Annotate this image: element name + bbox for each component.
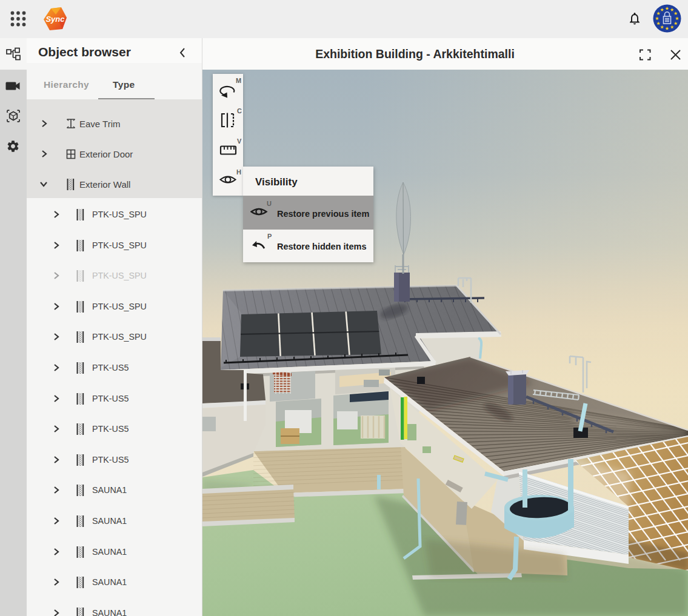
svg-text:Sync: Sync <box>45 15 65 24</box>
